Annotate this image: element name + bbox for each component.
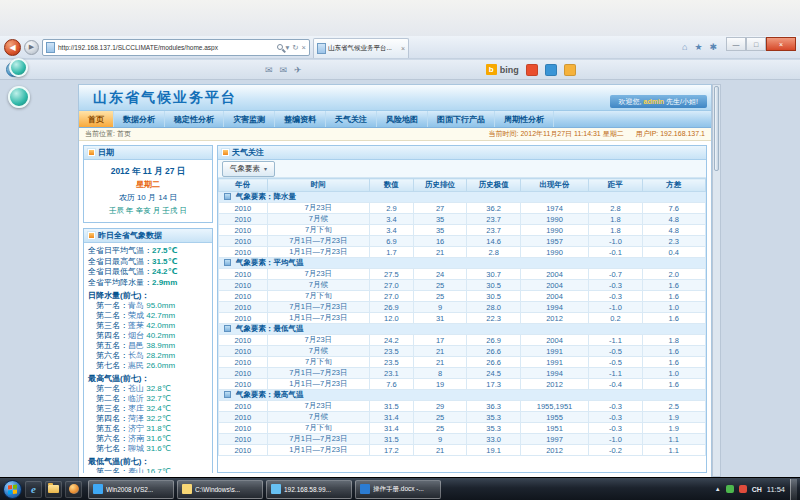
station-name[interactable]: 长岛 bbox=[128, 351, 144, 360]
favorites-icon[interactable]: ★ bbox=[692, 42, 704, 52]
column-header[interactable]: 时间 bbox=[267, 179, 369, 192]
send-icon[interactable]: ✈ bbox=[294, 65, 302, 75]
browser-tab[interactable]: 山东省气候业务平台... × bbox=[313, 38, 409, 58]
table-row[interactable]: 20107月23日2.92736.219742.87.6 bbox=[219, 203, 706, 214]
table-row[interactable]: 20107月下旬27.02530.52004-0.31.6 bbox=[219, 291, 706, 302]
nav-item-2[interactable]: 稳定性分析 bbox=[165, 111, 224, 127]
table-row[interactable]: 20107月候3.43523.719901.84.8 bbox=[219, 214, 706, 225]
gadget-bubble-bottom[interactable] bbox=[8, 86, 30, 108]
refresh-icon[interactable]: ↻ bbox=[292, 43, 298, 52]
station-name[interactable]: 菏泽 bbox=[128, 414, 144, 423]
nav-item-7[interactable]: 图面下行产品 bbox=[428, 111, 495, 127]
table-row[interactable]: 20107月1日—7月23日26.9928.01994-1.01.0 bbox=[219, 302, 706, 313]
station-name[interactable]: 泰山 bbox=[128, 467, 144, 473]
station-name[interactable]: 临沂 bbox=[128, 394, 144, 403]
home-icon[interactable]: ⌂ bbox=[680, 42, 689, 52]
stop-icon[interactable]: × bbox=[302, 43, 306, 52]
forward-button[interactable]: ▶ bbox=[24, 40, 39, 55]
address-dropdown-icon[interactable]: ▾ bbox=[286, 43, 290, 52]
nav-item-3[interactable]: 灾害监测 bbox=[224, 111, 275, 127]
element-filter-button[interactable]: 气象要素 ▾ bbox=[222, 161, 275, 177]
tray-status-icon-red[interactable] bbox=[739, 485, 747, 493]
table-row[interactable]: 20101月1日—7月23日1.7212.81990-0.10.4 bbox=[219, 247, 706, 258]
table-row[interactable]: 20107月23日31.52936.31955,1951-0.32.5 bbox=[219, 401, 706, 412]
station-name[interactable]: 惠民 bbox=[128, 361, 144, 370]
bing-logo[interactable]: b bing bbox=[486, 64, 519, 75]
table-cell: 1994 bbox=[520, 302, 588, 313]
table-row[interactable]: 20107月下旬3.43523.719901.84.8 bbox=[219, 225, 706, 236]
close-button[interactable]: × bbox=[766, 37, 796, 51]
station-name[interactable]: 昌邑 bbox=[128, 341, 144, 350]
tab-close-icon[interactable]: × bbox=[401, 45, 405, 52]
column-header[interactable]: 历史极值 bbox=[467, 179, 521, 192]
column-header[interactable]: 方差 bbox=[642, 179, 705, 192]
table-row[interactable]: 20107月下旬31.42535.31951-0.31.9 bbox=[219, 423, 706, 434]
table-row[interactable]: 20107月候31.42535.31955-0.31.9 bbox=[219, 412, 706, 423]
table-row[interactable]: 20107月1日—7月23日31.5933.01997-1.01.1 bbox=[219, 434, 706, 445]
table-row[interactable]: 20107月23日27.52430.72004-0.72.0 bbox=[219, 269, 706, 280]
taskbar-window-1[interactable]: C:\Windows\s... bbox=[177, 480, 263, 499]
station-name[interactable]: 烟台 bbox=[128, 331, 144, 340]
username[interactable]: admin bbox=[643, 98, 664, 105]
toolbar-app-icon-orange[interactable] bbox=[564, 64, 576, 76]
page-scrollbar[interactable] bbox=[712, 84, 721, 477]
table-row[interactable]: 20107月23日24.21726.92004-1.11.8 bbox=[219, 335, 706, 346]
mail-icon[interactable]: ✉ bbox=[265, 65, 273, 75]
nav-item-6[interactable]: 风险地图 bbox=[377, 111, 428, 127]
table-row[interactable]: 20101月1日—7月23日7.61917.32012-0.41.6 bbox=[219, 379, 706, 390]
table-group-row[interactable]: 气象要素：平均气温 bbox=[219, 258, 706, 269]
show-desktop-button[interactable] bbox=[790, 479, 797, 500]
station-name[interactable]: 荣成 bbox=[128, 311, 144, 320]
station-name[interactable]: 济南 bbox=[128, 434, 144, 443]
mail-icon-2[interactable]: ✉ bbox=[280, 65, 288, 75]
table-group-row[interactable]: 气象要素：最高气温 bbox=[219, 390, 706, 401]
media-player-icon[interactable] bbox=[65, 481, 82, 498]
table-row[interactable]: 20107月下旬23.52126.61991-0.51.6 bbox=[219, 357, 706, 368]
taskbar-window-0[interactable]: Win2008 (VS2... bbox=[88, 480, 174, 499]
column-header[interactable]: 历史排位 bbox=[413, 179, 467, 192]
clock[interactable]: 11:54 bbox=[767, 485, 785, 494]
nav-item-0[interactable]: 首页 bbox=[79, 111, 114, 127]
tray-expand-icon[interactable]: ▲ bbox=[715, 486, 721, 492]
table-group-row[interactable]: 气象要素：降水量 bbox=[219, 192, 706, 203]
address-bar[interactable]: http://192.168.137.1/SLCCLIMATE/modules/… bbox=[42, 39, 310, 56]
toolbar-app-icon-red[interactable] bbox=[526, 64, 538, 76]
station-name[interactable]: 济宁 bbox=[128, 424, 144, 433]
language-indicator[interactable]: CH bbox=[752, 486, 762, 493]
back-button[interactable]: ◀ bbox=[4, 39, 21, 56]
nav-item-5[interactable]: 天气关注 bbox=[326, 111, 377, 127]
taskbar-window-3[interactable]: 操作手册.docx -... bbox=[355, 480, 441, 499]
search-icon[interactable] bbox=[277, 44, 283, 50]
nav-item-8[interactable]: 周期性分析 bbox=[495, 111, 554, 127]
toolbar-app-icon-blue[interactable] bbox=[545, 64, 557, 76]
gadget-bubble-top[interactable] bbox=[9, 58, 28, 77]
column-header[interactable]: 距平 bbox=[589, 179, 643, 192]
explorer-icon[interactable] bbox=[45, 481, 62, 498]
scrollbar-thumb[interactable] bbox=[714, 86, 719, 171]
column-header[interactable]: 年份 bbox=[219, 179, 268, 192]
table-group-row[interactable]: 气象要素：最低气温 bbox=[219, 324, 706, 335]
table-row[interactable]: 20101月1日—7月23日17.22119.12012-0.21.1 bbox=[219, 445, 706, 456]
column-header[interactable]: 数值 bbox=[369, 179, 413, 192]
table-row[interactable]: 20101月1日—7月23日12.03122.320120.21.6 bbox=[219, 313, 706, 324]
tray-status-icon-green[interactable] bbox=[726, 485, 734, 493]
browser-titlebar[interactable] bbox=[0, 0, 800, 36]
station-name[interactable]: 聊城 bbox=[128, 444, 144, 453]
tools-icon[interactable]: ✱ bbox=[707, 42, 719, 52]
nav-item-4[interactable]: 整编资料 bbox=[275, 111, 326, 127]
nav-item-1[interactable]: 数据分析 bbox=[114, 111, 165, 127]
table-row[interactable]: 20107月候27.02530.52004-0.31.6 bbox=[219, 280, 706, 291]
ie-taskbar-icon[interactable]: e bbox=[25, 481, 42, 498]
minimize-button[interactable]: — bbox=[726, 37, 746, 51]
table-row[interactable]: 20107月候23.52126.61991-0.51.6 bbox=[219, 346, 706, 357]
maximize-button[interactable]: □ bbox=[746, 37, 766, 51]
station-name[interactable]: 青岛 bbox=[128, 301, 144, 310]
taskbar-window-2[interactable]: 192.168.58.99... bbox=[266, 480, 352, 499]
station-name[interactable]: 苍山 bbox=[128, 384, 144, 393]
table-row[interactable]: 20107月1日—7月23日23.1824.51994-1.11.0 bbox=[219, 368, 706, 379]
station-name[interactable]: 蓬莱 bbox=[128, 321, 144, 330]
start-button[interactable] bbox=[3, 480, 22, 499]
station-name[interactable]: 枣庄 bbox=[128, 404, 144, 413]
table-row[interactable]: 20107月1日—7月23日6.91614.61957-1.02.3 bbox=[219, 236, 706, 247]
column-header[interactable]: 出现年份 bbox=[520, 179, 588, 192]
